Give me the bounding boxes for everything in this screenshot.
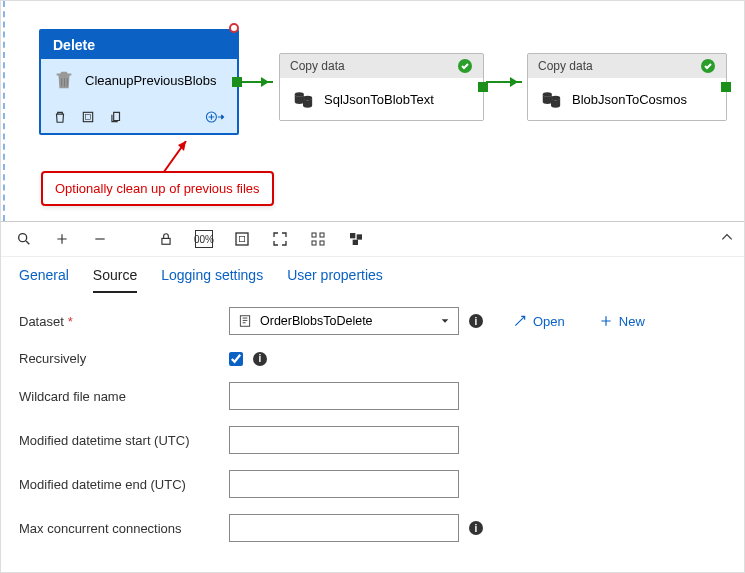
svg-rect-0	[83, 112, 92, 121]
max-conn-input[interactable]	[229, 514, 459, 542]
svg-rect-19	[350, 233, 355, 238]
mod-end-input[interactable]	[229, 470, 459, 498]
trash-icon	[53, 69, 75, 91]
info-icon[interactable]: i	[469, 521, 483, 535]
svg-rect-17	[312, 241, 316, 245]
activity-copy-2[interactable]: Copy data BlobJsonToCosmos	[527, 53, 727, 121]
source-form: Dataset* OrderBlobsToDelete i Open New	[1, 293, 744, 572]
lock-icon[interactable]	[157, 230, 175, 248]
activity-copy-1[interactable]: Copy data SqlJsonToBlobText	[279, 53, 484, 121]
copy-data-icon	[292, 88, 314, 110]
properties-tabs: General Source Logging settings User pro…	[1, 257, 744, 293]
activity-title: Copy data	[538, 59, 593, 73]
activity-name: CleanupPreviousBlobs	[85, 73, 217, 88]
svg-rect-21	[353, 240, 358, 245]
pipeline-canvas[interactable]: Delete CleanupPreviousBlobs Copy data Sq…	[1, 1, 744, 221]
activity-name: SqlJsonToBlobText	[324, 92, 434, 107]
annotation-text: Optionally clean up of previous files	[55, 181, 260, 196]
dataset-value: OrderBlobsToDelete	[260, 314, 432, 328]
tab-logging[interactable]: Logging settings	[161, 267, 263, 293]
activity-title: Delete	[41, 31, 237, 59]
zoom-out-icon[interactable]	[91, 230, 109, 248]
tab-user-properties[interactable]: User properties	[287, 267, 383, 293]
validate-success-icon	[457, 58, 473, 74]
deactivate-icon[interactable]	[81, 110, 95, 124]
wildcard-label: Wildcard file name	[19, 389, 229, 404]
dataset-label: Dataset	[19, 314, 64, 329]
output-port[interactable]	[478, 82, 488, 92]
add-output-icon[interactable]	[205, 109, 225, 125]
new-dataset-button[interactable]: New	[599, 314, 645, 329]
properties-panel: 00% General Source Logging settings User…	[1, 221, 744, 572]
svg-rect-20	[357, 234, 362, 239]
svg-rect-13	[236, 233, 248, 245]
connector-arrow	[241, 81, 273, 83]
svg-rect-12	[162, 238, 170, 244]
auto-align-icon[interactable]	[309, 230, 327, 248]
info-icon[interactable]: i	[253, 352, 267, 366]
copy-icon[interactable]	[109, 110, 123, 124]
fullscreen-icon[interactable]	[271, 230, 289, 248]
canvas-toolbar: 00%	[1, 222, 744, 257]
svg-point-11	[19, 234, 27, 242]
svg-point-4	[295, 92, 304, 97]
svg-rect-22	[240, 316, 249, 327]
dataset-icon	[238, 314, 252, 328]
fit-screen-icon[interactable]	[233, 230, 251, 248]
dataset-dropdown[interactable]: OrderBlobsToDelete	[229, 307, 459, 335]
unsaved-indicator-icon	[229, 23, 239, 33]
tab-general[interactable]: General	[19, 267, 69, 293]
svg-point-7	[543, 92, 552, 97]
recursively-checkbox[interactable]	[229, 352, 243, 366]
svg-point-5	[303, 96, 312, 101]
collapse-panel-icon[interactable]	[720, 230, 734, 244]
mod-end-label: Modified datetime end (UTC)	[19, 477, 229, 492]
svg-rect-14	[239, 236, 244, 241]
connector-arrow	[486, 81, 522, 83]
zoom-in-icon[interactable]	[53, 230, 71, 248]
required-indicator: *	[68, 314, 73, 329]
wildcard-input[interactable]	[229, 382, 459, 410]
tab-source[interactable]: Source	[93, 267, 137, 293]
reorder-icon[interactable]	[347, 230, 365, 248]
validate-success-icon	[700, 58, 716, 74]
recursively-label: Recursively	[19, 351, 229, 366]
activity-title: Copy data	[290, 59, 345, 73]
svg-rect-18	[320, 241, 324, 245]
activity-delete[interactable]: Delete CleanupPreviousBlobs	[39, 29, 239, 135]
copy-data-icon	[540, 88, 562, 110]
zoom-100-icon[interactable]: 00%	[195, 230, 213, 248]
output-port[interactable]	[721, 82, 731, 92]
open-dataset-button[interactable]: Open	[513, 314, 565, 329]
mod-start-label: Modified datetime start (UTC)	[19, 433, 229, 448]
svg-point-8	[551, 96, 560, 101]
annotation-callout: Optionally clean up of previous files	[41, 171, 274, 206]
delete-activity-icon[interactable]	[53, 110, 67, 124]
info-icon[interactable]: i	[469, 314, 483, 328]
activity-name: BlobJsonToCosmos	[572, 92, 687, 107]
svg-rect-16	[320, 233, 324, 237]
svg-rect-15	[312, 233, 316, 237]
zoom-tool-icon[interactable]	[15, 230, 33, 248]
chevron-down-icon	[440, 316, 450, 326]
max-conn-label: Max concurrent connections	[19, 521, 229, 536]
svg-rect-1	[86, 115, 91, 120]
mod-start-input[interactable]	[229, 426, 459, 454]
